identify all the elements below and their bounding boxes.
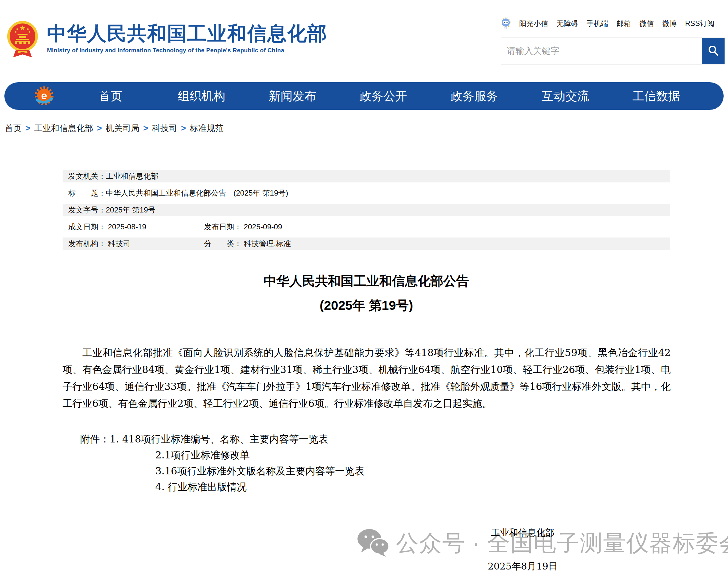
- attachment-1-text: 1. 418项行业标准编号、名称、主要内容等一览表: [110, 433, 329, 445]
- nav-item-gov-disclosure[interactable]: 政务公开: [338, 88, 429, 104]
- meta-value: 2025-09-09: [244, 222, 282, 231]
- search-icon: [707, 45, 719, 58]
- top-link-yangguangxiaoxin[interactable]: 阳光小信: [519, 19, 548, 28]
- meta-value: 2025-08-19: [108, 222, 146, 231]
- breadcrumb: 首页>工业和信息化部>机关司局>科技司>标准规范: [5, 123, 223, 134]
- breadcrumb-home[interactable]: 首页: [5, 124, 21, 133]
- meta-label: 发布机构：: [68, 239, 106, 248]
- watermark-text: 公众号 · 全国电子测量仪器标委会: [396, 528, 728, 558]
- meta-row-dates: 成文日期： 2025-08-19 发布日期： 2025-09-09: [63, 221, 670, 233]
- site-title-block: 中华人民共和国工业和信息化部 Ministry of Industry and …: [47, 22, 327, 54]
- attachments-list: 附件：1. 418项行业标准编号、名称、主要内容等一览表 2.1项行业标准修改单…: [63, 431, 365, 495]
- document-meta-table: 发文机关： 工业和信息化部 标 题： 中华人民共和国工业和信息化部公告 (202…: [63, 170, 670, 255]
- meta-label: 发文字号：: [68, 205, 106, 215]
- announcement-paragraph: 工业和信息化部批准《面向人脸识别系统的人脸信息保护基础能力要求》等418项行业标…: [63, 344, 671, 412]
- site-subtitle: Ministry of Industry and Information Tec…: [47, 47, 327, 54]
- main-nav: e 首页 组织机构 新闻发布 政务公开 政务服务 互动交流 工信数据: [4, 82, 724, 110]
- meta-value: 2025年 第19号: [106, 205, 155, 215]
- breadcrumb-separator: >: [177, 124, 190, 133]
- xiaoxin-robot-icon[interactable]: [501, 17, 511, 29]
- signature: 工业和信息化部: [488, 527, 557, 539]
- top-link-accessibility[interactable]: 无障碍: [556, 19, 578, 28]
- meta-row-doc-number: 发文字号： 2025年 第19号: [63, 204, 670, 216]
- meta-value: 科技管理,标准: [244, 239, 291, 248]
- meta-label: 标 题：: [68, 188, 106, 198]
- meta-label: 分 类：: [204, 239, 242, 248]
- wechat-icon: [357, 527, 390, 559]
- header-right: 阳光小信 无障碍 手机端 邮箱 微信 微博 RSS订阅: [501, 17, 725, 64]
- svg-text:e: e: [41, 89, 47, 101]
- nav-item-interaction[interactable]: 互动交流: [520, 88, 611, 104]
- nav-items: 首页 组织机构 新闻发布 政务公开 政务服务 互动交流 工信数据: [65, 88, 702, 104]
- top-links-bar: 阳光小信 无障碍 手机端 邮箱 微信 微博 RSS订阅: [501, 17, 725, 29]
- announcement-title-line1: 中华人民共和国工业和信息化部公告: [63, 273, 670, 289]
- announcement-date: 2025年8月19日: [482, 560, 564, 572]
- top-link-wechat[interactable]: 微信: [640, 19, 654, 28]
- search-input[interactable]: [501, 38, 702, 64]
- breadcrumb-science-tech-dept[interactable]: 科技司: [152, 124, 177, 133]
- nav-item-organization[interactable]: 组织机构: [156, 88, 247, 104]
- meta-row-issuing-agency: 发文机关： 工业和信息化部: [63, 170, 670, 183]
- search-box: [501, 38, 725, 64]
- top-link-rss[interactable]: RSS订阅: [685, 19, 714, 28]
- top-link-mobile[interactable]: 手机端: [587, 19, 608, 28]
- meta-row-publisher-category: 发布机构： 科技司 分 类： 科技管理,标准: [63, 237, 670, 250]
- top-link-mail[interactable]: 邮箱: [616, 19, 631, 28]
- meta-value: 工业和信息化部: [106, 171, 158, 181]
- breadcrumb-departments[interactable]: 机关司局: [106, 124, 140, 133]
- breadcrumb-miit[interactable]: 工业和信息化部: [34, 124, 93, 133]
- attachment-item-4: 4. 行业标准出版情况: [63, 479, 365, 495]
- search-button[interactable]: [702, 38, 725, 64]
- national-emblem-icon: [7, 21, 38, 61]
- attachments-prefix: 附件：: [80, 433, 110, 445]
- attachment-item-2: 2.1项行业标准修改单: [63, 447, 365, 463]
- attachment-item-1: 附件：1. 418项行业标准编号、名称、主要内容等一览表: [63, 431, 365, 447]
- meta-value: 科技司: [108, 239, 131, 248]
- meta-value: 中华人民共和国工业和信息化部公告 (2025年 第19号): [106, 188, 288, 198]
- nav-item-gov-services[interactable]: 政务服务: [429, 88, 520, 104]
- announcement-title: 中华人民共和国工业和信息化部公告 (2025年 第19号): [63, 273, 670, 313]
- meta-label: 发布日期：: [204, 222, 242, 231]
- breadcrumb-separator: >: [21, 124, 34, 133]
- breadcrumb-standards[interactable]: 标准规范: [190, 124, 223, 133]
- miit-logo-icon: e: [32, 84, 56, 108]
- breadcrumb-separator: >: [93, 124, 106, 133]
- meta-label: 发文机关：: [68, 171, 106, 181]
- announcement-title-line2: (2025年 第19号): [63, 297, 670, 313]
- meta-row-title: 标 题： 中华人民共和国工业和信息化部公告 (2025年 第19号): [63, 187, 670, 199]
- top-link-weibo[interactable]: 微博: [662, 19, 677, 28]
- breadcrumb-separator: >: [140, 124, 152, 133]
- meta-label: 成文日期：: [68, 222, 106, 231]
- announcement-body: 工业和信息化部批准《面向人脸识别系统的人脸信息保护基础能力要求》等418项行业标…: [63, 344, 671, 412]
- nav-item-miit-data[interactable]: 工信数据: [611, 88, 702, 104]
- nav-item-news[interactable]: 新闻发布: [247, 88, 338, 104]
- nav-item-home[interactable]: 首页: [65, 88, 156, 104]
- site-title: 中华人民共和国工业和信息化部: [47, 22, 327, 45]
- attachment-item-3: 3.16项行业标准外文版名称及主要内容等一览表: [63, 463, 365, 479]
